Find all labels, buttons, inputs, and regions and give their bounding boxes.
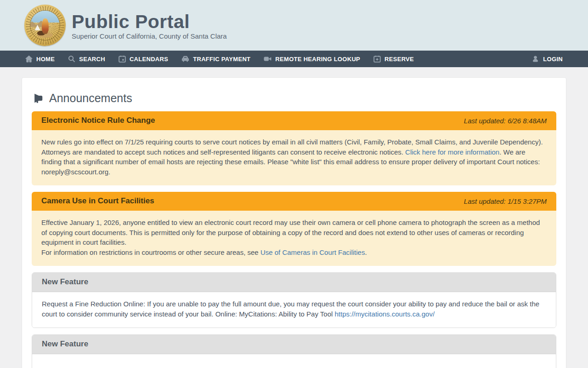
announcement-text: Request a Fine Reduction Online: If you … — [42, 300, 539, 318]
announcement-card: New Feature Request a Fine Reduction Onl… — [32, 272, 556, 328]
search-icon — [68, 55, 75, 63]
calendar-plus-icon — [373, 55, 381, 63]
announcement-title: Camera Use in Court Facilities — [41, 196, 154, 206]
court-seal-logo — [24, 5, 66, 46]
nav-item-label: CALENDARS — [130, 56, 168, 63]
app-header: Public Portal Superior Court of Californ… — [0, 0, 588, 51]
nav-item-label: RESERVE — [384, 56, 414, 63]
announcement-text: . — [365, 248, 367, 256]
page-subtitle: Superior Court of California, County of … — [72, 32, 227, 40]
announcement-header: Electronic Notice Rule Change Last updat… — [32, 111, 556, 130]
announcement-header: Camera Use in Court Facilities Last upda… — [32, 192, 556, 211]
announcement-body — [32, 354, 556, 368]
announcement-body: Request a Fine Reduction Online: If you … — [32, 292, 556, 328]
car-icon — [181, 55, 189, 63]
nav-item-search[interactable]: SEARCH — [68, 55, 105, 63]
announcement-last-updated: Last updated: 1/15 3:27PM — [464, 197, 547, 205]
announcement-header: New Feature — [32, 335, 556, 354]
nav-item-label: REMOTE HEARING LOOKUP — [275, 56, 360, 63]
announcement-card: New Feature — [32, 334, 556, 368]
main-nav: HOME SEARCH CALENDARS TRAFFIC PAYMENT RE… — [0, 51, 588, 67]
announcement-link-more-information[interactable]: Click here for more information — [405, 148, 499, 156]
page-title: Public Portal — [72, 12, 227, 32]
user-icon — [531, 55, 539, 63]
nav-item-home[interactable]: HOME — [25, 55, 55, 63]
seal-artwork — [30, 10, 60, 40]
nav-item-label: LOGIN — [543, 56, 563, 63]
announcement-body: Effective January 1, 2026, anyone entitl… — [32, 211, 556, 266]
megaphone-icon — [32, 92, 45, 104]
announcement-body: New rules go into effect on 7/1/25 requi… — [32, 130, 556, 185]
announcement-card: Electronic Notice Rule Change Last updat… — [32, 111, 556, 185]
announcement-title: New Feature — [42, 339, 88, 349]
nav-item-calendars[interactable]: CALENDARS — [119, 55, 168, 63]
announcement-card: Camera Use in Court Facilities Last upda… — [32, 192, 556, 266]
login-button[interactable]: LOGIN — [531, 55, 563, 63]
video-camera-icon — [264, 55, 271, 63]
home-icon — [25, 55, 33, 63]
calendar-icon — [119, 55, 126, 63]
announcement-title: Electronic Notice Rule Change — [41, 116, 155, 125]
announcement-last-updated: Last updated: 6/26 8:48AM — [464, 117, 547, 125]
content-card: Announcements Electronic Notice Rule Cha… — [22, 77, 566, 368]
announcement-header: New Feature — [32, 273, 556, 292]
announcement-text: Effective January 1, 2026, anyone entitl… — [41, 218, 540, 246]
announcement-text: For information on restrictions in court… — [41, 248, 260, 256]
announcements-heading: Announcements — [32, 92, 556, 105]
nav-item-traffic-payment[interactable]: TRAFFIC PAYMENT — [181, 55, 250, 63]
nav-item-label: HOME — [36, 56, 55, 63]
announcement-link-mycitations[interactable]: https://mycitations.courts.ca.gov/ — [335, 310, 435, 318]
nav-item-reserve[interactable]: RESERVE — [373, 55, 414, 63]
nav-item-remote-hearing-lookup[interactable]: REMOTE HEARING LOOKUP — [264, 55, 360, 63]
nav-item-label: SEARCH — [79, 56, 105, 63]
announcements-heading-label: Announcements — [49, 92, 132, 105]
announcement-link-use-of-cameras[interactable]: Use of Cameras in Court Facilities — [260, 248, 365, 256]
nav-item-label: TRAFFIC PAYMENT — [193, 56, 250, 63]
announcement-title: New Feature — [42, 277, 88, 287]
